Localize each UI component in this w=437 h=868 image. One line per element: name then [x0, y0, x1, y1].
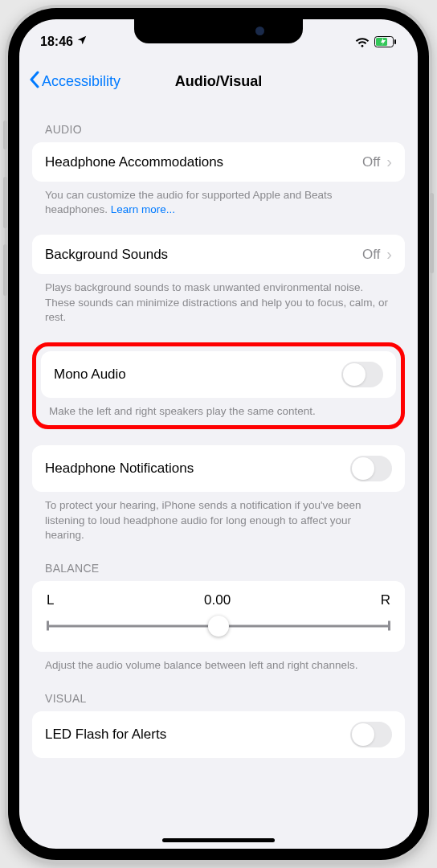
status-time: 18:46 [40, 35, 73, 49]
headphone-accommodations-cell[interactable]: Headphone Accommodations Off › [32, 142, 405, 182]
content: AUDIO Headphone Accommodations Off › You… [19, 104, 418, 758]
screen: 18:46 Accessibility Audi [19, 19, 418, 849]
svg-rect-2 [394, 39, 396, 44]
cell-label: LED Flash for Alerts [45, 727, 166, 743]
mono-audio-toggle[interactable] [341, 362, 383, 387]
headphone-notifications-cell[interactable]: Headphone Notifications [32, 445, 405, 492]
cell-label: Background Sounds [45, 247, 168, 263]
footer-text: To protect your hearing, iPhone sends a … [32, 492, 405, 542]
back-button[interactable]: Accessibility [29, 71, 120, 92]
mono-audio-cell[interactable]: Mono Audio [41, 351, 396, 398]
footer-text: You can customize the audio for supporte… [32, 182, 405, 217]
section-header-audio: AUDIO [32, 104, 405, 142]
power-button [430, 193, 434, 273]
highlighted-region: Mono Audio Make the left and right speak… [32, 342, 405, 429]
home-indicator[interactable] [162, 838, 275, 842]
balance-slider[interactable] [47, 616, 390, 636]
cell-value: Off [362, 247, 380, 263]
footer-text: Plays background sounds to mask unwanted… [32, 274, 405, 325]
battery-icon [374, 36, 397, 47]
mute-switch [3, 121, 7, 149]
balance-left-label: L [47, 592, 54, 608]
chevron-right-icon: › [386, 245, 392, 264]
section-header-visual: VISUAL [32, 673, 405, 711]
nav-title: Audio/Visual [175, 73, 263, 90]
slider-thumb[interactable] [208, 616, 229, 637]
volume-down [3, 244, 7, 296]
footer-text: Make the left and right speakers play th… [41, 398, 396, 419]
headphone-notifications-toggle[interactable] [350, 456, 392, 481]
balance-value: 0.00 [204, 592, 231, 608]
background-sounds-cell[interactable]: Background Sounds Off › [32, 235, 405, 274]
balance-cell: L 0.00 R [32, 581, 405, 652]
led-flash-toggle[interactable] [350, 722, 392, 747]
volume-up [3, 177, 7, 228]
cell-label: Headphone Accommodations [45, 154, 223, 170]
learn-more-link[interactable]: Learn more... [111, 203, 175, 215]
nav-bar: Accessibility Audio/Visual [19, 55, 418, 104]
led-flash-cell[interactable]: LED Flash for Alerts [32, 711, 405, 758]
back-label: Accessibility [42, 73, 120, 90]
phone-frame: 18:46 Accessibility Audi [8, 8, 429, 860]
balance-right-label: R [381, 592, 390, 608]
section-header-balance: BALANCE [32, 542, 405, 581]
wifi-icon [355, 36, 370, 47]
cell-value: Off [362, 154, 380, 170]
chevron-left-icon [29, 71, 39, 92]
cell-label: Mono Audio [54, 366, 126, 383]
footer-text: Adjust the audio volume balance between … [32, 652, 405, 673]
location-icon [76, 35, 88, 49]
notch [134, 19, 303, 43]
chevron-right-icon: › [386, 153, 392, 171]
cell-label: Headphone Notifications [45, 461, 194, 477]
